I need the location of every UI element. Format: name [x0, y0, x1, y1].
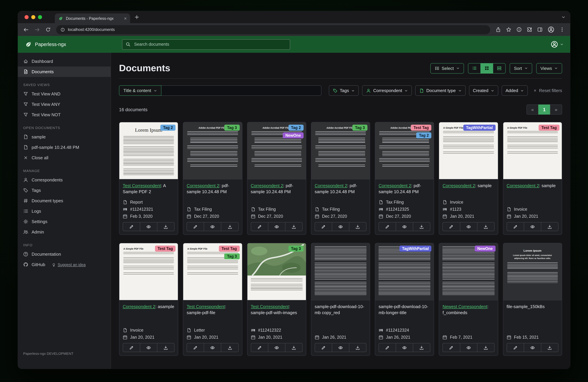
document-thumbnail[interactable]: A Simple PDF FileTest Tag	[503, 122, 562, 180]
tag-badge[interactable]: Tag 3	[224, 253, 240, 259]
address-bar[interactable]: localhost:4200/documents	[56, 25, 490, 34]
document-download-button[interactable]	[477, 343, 494, 352]
sidebar-item-logs[interactable]: Logs	[18, 206, 111, 216]
document-title[interactable]: Test Correspondent: sample-pdf-with-imag…	[251, 304, 303, 316]
document-correspondent-link[interactable]: Correspondent 2	[442, 183, 475, 188]
document-thumbnail[interactable]: Lorem IpsumTag 2	[119, 122, 178, 180]
document-thumbnail[interactable]: Adobe Acrobat PDF FilesTag 3	[183, 122, 242, 180]
document-correspondent-link[interactable]: Correspondent 2	[315, 183, 347, 188]
document-download-button[interactable]	[157, 343, 174, 352]
tag-badge[interactable]: Test Tag	[155, 246, 175, 252]
side-panel-button[interactable]	[537, 27, 543, 32]
document-preview-button[interactable]	[204, 222, 221, 231]
tag-badge[interactable]: Test Tag	[219, 246, 240, 252]
document-edit-button[interactable]	[506, 343, 524, 352]
document-title[interactable]: Correspondent 2: pdf-sample 10.24.48 PM	[187, 183, 239, 195]
sidebar-item-github[interactable]: GitHubSuggest an idea	[18, 259, 111, 270]
browser-menu-button[interactable]	[559, 27, 565, 32]
document-preview-button[interactable]	[396, 343, 413, 352]
document-download-button[interactable]	[413, 222, 430, 231]
document-thumbnail[interactable]: Adobe Acrobat PDF FilesTest TagTag 2	[375, 122, 434, 180]
site-info-icon[interactable]	[61, 27, 65, 32]
sidebar-item-document-types[interactable]: Document types	[18, 196, 111, 206]
document-edit-button[interactable]	[187, 222, 204, 231]
sidebar-item-dashboard[interactable]: Dashboard	[18, 56, 111, 66]
close-window-button[interactable]	[24, 15, 29, 19]
document-title[interactable]: Test Correspondent: A Sample PDF 2	[123, 183, 175, 195]
document-thumbnail[interactable]: TagWithPartial	[375, 243, 434, 300]
tag-badge[interactable]: Test Tag	[411, 125, 432, 131]
document-preview-button[interactable]	[460, 343, 477, 352]
document-title[interactable]: Correspondent 2: sample	[506, 183, 558, 189]
pagination-next-button[interactable]: »	[550, 104, 562, 115]
document-correspondent-link[interactable]: Correspondent 2	[187, 183, 219, 188]
document-download-button[interactable]	[157, 222, 174, 231]
sidebar-item-close-all[interactable]: Close all	[18, 153, 111, 163]
tag-badge[interactable]: Tag 2	[288, 125, 303, 131]
sidebar-item-tags[interactable]: Tags	[18, 185, 111, 196]
document-title[interactable]: Newest Correspondent: f_combineds	[442, 304, 495, 316]
sidebar-item-test-view-not[interactable]: Test View NOT	[18, 110, 111, 120]
view-details-button[interactable]	[493, 63, 505, 73]
minimize-window-button[interactable]	[31, 15, 35, 19]
document-edit-button[interactable]	[442, 343, 460, 352]
tag-badge[interactable]: Tag 3	[288, 246, 303, 252]
reload-button[interactable]	[45, 27, 51, 32]
document-correspondent-link[interactable]: Newest Correspondent	[442, 304, 487, 309]
document-correspondent-link[interactable]: Test Correspondent	[251, 304, 289, 309]
document-title[interactable]: sample-pdf-download-10-mb-longer-title	[378, 304, 430, 316]
document-download-button[interactable]	[221, 222, 238, 231]
extensions-button[interactable]	[527, 27, 532, 32]
document-title[interactable]: Correspondent 2: sample	[442, 183, 495, 189]
document-preview-button[interactable]	[332, 343, 349, 352]
document-download-button[interactable]	[413, 343, 430, 352]
sidebar-item-test-view-any[interactable]: Test View ANY	[18, 99, 111, 110]
global-search[interactable]	[122, 39, 290, 50]
document-title[interactable]: sample-pdf-download-10-mb copy_red	[315, 304, 367, 316]
sidebar-item-admin[interactable]: Admin	[18, 227, 111, 237]
document-download-button[interactable]	[285, 222, 303, 231]
document-thumbnail[interactable]: Tag 3	[247, 243, 306, 300]
document-correspondent-link[interactable]: Correspondent 2	[378, 183, 411, 188]
sidebar-item-documentation[interactable]: Documentation	[18, 249, 111, 259]
tab-close-icon[interactable]	[123, 16, 127, 20]
new-tab-button[interactable]	[134, 15, 140, 20]
document-edit-button[interactable]	[315, 343, 332, 352]
filter-added-button[interactable]: Added	[502, 85, 528, 96]
document-preview-button[interactable]	[396, 222, 413, 231]
sidebar-item-settings[interactable]: Settings	[18, 216, 111, 227]
document-thumbnail[interactable]: NewOne	[439, 243, 498, 300]
document-download-button[interactable]	[541, 343, 558, 352]
document-edit-button[interactable]	[123, 222, 140, 231]
document-thumbnail[interactable]: A Simple PDF FileTest Tag	[119, 243, 178, 300]
tag-badge[interactable]: TagWithPartial	[399, 246, 432, 252]
document-preview-button[interactable]	[524, 222, 541, 231]
document-preview-button[interactable]	[268, 222, 285, 231]
document-download-button[interactable]	[541, 222, 558, 231]
document-title[interactable]: Correspondent 2: pdf-sample 10.24.48 PM	[378, 183, 430, 195]
tab-search-chevron-icon[interactable]	[561, 15, 566, 19]
tag-badge[interactable]: NewOne	[283, 132, 304, 139]
sidebar-item-suggest-an-idea[interactable]: Suggest an idea	[52, 262, 85, 267]
view-grid-button[interactable]	[480, 63, 493, 73]
forward-button[interactable]	[34, 27, 40, 32]
back-button[interactable]	[23, 27, 29, 32]
pagination-prev-button[interactable]: «	[526, 104, 539, 115]
document-title[interactable]: Test Correspondent: sample-pdf-file	[187, 304, 239, 316]
document-download-button[interactable]	[221, 343, 238, 352]
browser-tab[interactable]: Documents - Paperless-ngx	[55, 13, 130, 23]
user-menu[interactable]	[551, 41, 564, 48]
document-thumbnail[interactable]: Lorem ipsumLorem ipsum dolor sit amet, c…	[503, 243, 562, 300]
document-title[interactable]: Correspondent 2: asample	[123, 304, 175, 310]
document-thumbnail[interactable]: A Simple PDF FileTest TagTag 3	[183, 243, 242, 300]
filter-tags-button[interactable]: Tags	[329, 85, 359, 96]
reset-filters-button[interactable]: Reset filters	[533, 88, 562, 93]
document-preview-button[interactable]	[524, 343, 541, 352]
filter-created-button[interactable]: Created	[469, 85, 498, 96]
document-edit-button[interactable]	[378, 343, 396, 352]
sidebar-item-correspondents[interactable]: Correspondents	[18, 175, 111, 185]
document-thumbnail[interactable]: A Simple PDF FileTagWithPartial	[439, 122, 498, 180]
document-edit-button[interactable]	[187, 343, 204, 352]
document-title[interactable]: file-sample_150kBs	[506, 304, 558, 310]
sidebar-item-pdf-sample-10-24-48-pm[interactable]: pdf-sample 10.24.48 PM	[18, 142, 111, 153]
